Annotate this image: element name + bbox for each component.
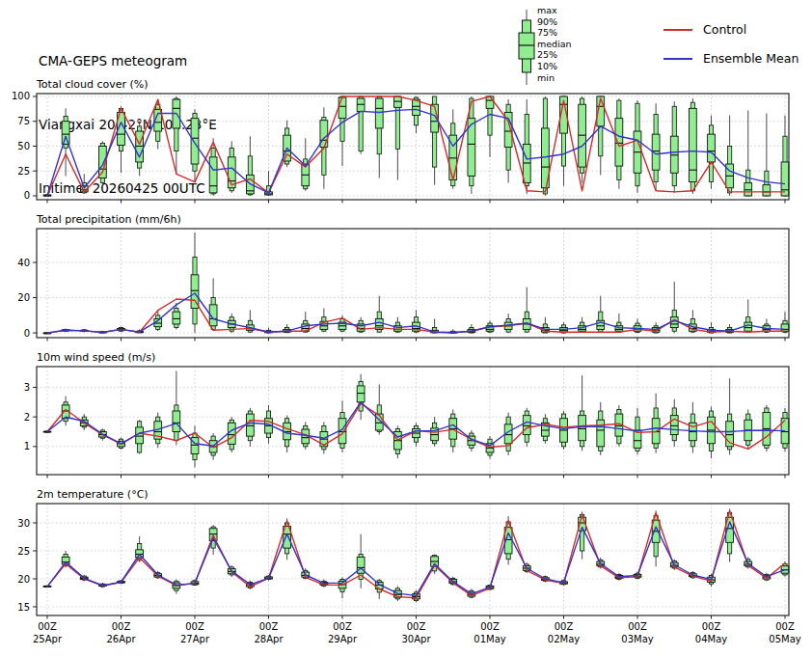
svg-text:00Z: 00Z [112,621,131,632]
svg-text:40: 40 [17,258,30,268]
svg-text:02May: 02May [548,634,580,644]
svg-text:25: 25 [17,546,30,557]
svg-text:25Apr: 25Apr [33,634,63,644]
svg-text:01May: 01May [474,634,505,644]
panel-3: 152025302m temperature (°C) [17,488,789,619]
panel-0-boxes [43,96,789,196]
svg-text:30Apr: 30Apr [401,634,431,644]
svg-text:00Z: 00Z [702,621,721,632]
svg-text:04May: 04May [695,634,727,644]
svg-text:50: 50 [17,141,30,151]
svg-text:1: 1 [24,441,30,451]
svg-text:30: 30 [17,518,30,529]
svg-text:00Z: 00Z [628,621,647,632]
svg-text:05May: 05May [769,634,800,644]
svg-text:0: 0 [24,328,30,339]
svg-text:15: 15 [17,602,30,613]
panel-2-title: 10m wind speed (m/s) [37,351,155,364]
svg-text:20: 20 [17,292,30,303]
panel-3-title: 2m temperature (°C) [37,488,149,501]
svg-text:27Apr: 27Apr [180,634,210,644]
svg-text:03May: 03May [621,634,653,644]
svg-text:29Apr: 29Apr [328,634,358,644]
svg-text:28Apr: 28Apr [254,634,284,644]
svg-text:100: 100 [12,91,30,101]
svg-text:00Z: 00Z [259,621,279,632]
meteogram-page: CMA-GEPS meteogram Viangxai 20.42°N 104.… [0,0,812,656]
svg-text:00Z: 00Z [38,621,57,632]
panel-1: 02040Total precipitation (mm/6h) [17,213,789,342]
svg-text:00Z: 00Z [407,621,426,632]
svg-text:00Z: 00Z [185,621,204,632]
panel-1-title: Total precipitation (mm/6h) [36,213,181,226]
panel-0-title: Total cloud cover (%) [36,78,149,91]
panel-2: 12310m wind speed (m/s) [24,351,789,478]
svg-text:00Z: 00Z [480,621,500,632]
svg-text:00Z: 00Z [555,621,574,632]
svg-text:75: 75 [17,116,30,126]
panel-0: 0255075100Total cloud cover (%) [12,78,789,204]
meteogram-canvas: 0255075100Total cloud cover (%)02040Tota… [0,0,812,656]
svg-text:0: 0 [24,190,30,201]
svg-text:26Apr: 26Apr [106,634,136,644]
svg-text:25: 25 [17,166,30,177]
x-axis-labels: 00Z25Apr00Z26Apr00Z27Apr00Z28Apr00Z29Apr… [33,621,801,644]
svg-text:2: 2 [24,412,30,423]
svg-text:00Z: 00Z [775,621,795,632]
svg-text:00Z: 00Z [333,621,352,632]
svg-text:20: 20 [17,574,30,585]
svg-text:3: 3 [24,382,30,393]
